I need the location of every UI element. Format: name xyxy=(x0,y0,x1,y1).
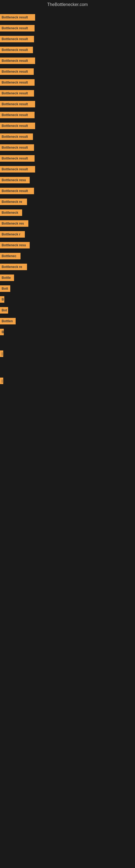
bar-row: Bottleneck res xyxy=(0,218,135,229)
bar-row: Bottleneck result xyxy=(0,186,135,196)
bar-row: Bottleneck xyxy=(0,207,135,218)
bar-row: Bottle xyxy=(0,272,135,283)
bar-row: Bottleneck re xyxy=(0,261,135,272)
bar-label: B xyxy=(0,296,4,303)
bar-label: Bottleneck result xyxy=(0,46,33,53)
bar-label: Bottleneck result xyxy=(0,112,35,118)
bar-row: Bottleneck r xyxy=(0,229,135,240)
bar-row: Bottleneck re xyxy=(0,196,135,207)
bar-row xyxy=(0,337,135,343)
bar-row: Bottlen xyxy=(0,316,135,327)
bars-container: Bottleneck resultBottleneck resultBottle… xyxy=(0,9,135,389)
bar-row: Bottleneck result xyxy=(0,99,135,110)
bar-label: B xyxy=(0,329,4,335)
site-title: TheBottlenecker.com xyxy=(0,0,135,9)
bar-row: | xyxy=(0,375,135,386)
bar-row: Bottleneck result xyxy=(0,120,135,131)
bar-label: Bottleneck result xyxy=(0,155,35,162)
bar-label: Bottlen xyxy=(0,318,16,324)
bar-label: Bottleneck resu xyxy=(0,177,30,183)
bar-label: Bottleneck result xyxy=(0,58,35,64)
bar-row: Bottleneck resu xyxy=(0,240,135,251)
bar-row: Bottleneck result xyxy=(0,66,135,77)
bar-row: Bottleneck resu xyxy=(0,175,135,186)
bar-row: Bottleneck result xyxy=(0,23,135,34)
bar-label: Bottleneck result xyxy=(0,166,35,173)
bar-row: Bottleneck result xyxy=(0,164,135,175)
bar-row: Bottlenec xyxy=(0,251,135,261)
bar-label: | xyxy=(0,378,3,384)
bar-row: B xyxy=(0,294,135,305)
bar-label: Bottleneck result xyxy=(0,14,35,21)
bar-row: | xyxy=(0,348,135,359)
bar-row: Bottleneck result xyxy=(0,77,135,88)
bar-row: Bottleneck result xyxy=(0,142,135,153)
bar-label: | xyxy=(0,350,3,357)
bar-row: Bottleneck result xyxy=(0,88,135,99)
bar-label: Bottleneck r xyxy=(0,231,25,238)
bar-label: Bottleneck result xyxy=(0,79,35,86)
bar-label: Bottleneck result xyxy=(0,133,33,140)
bar-label: Bottleneck result xyxy=(0,90,34,97)
bar-label: Bottleneck re xyxy=(0,198,27,205)
bar-row: Bott xyxy=(0,283,135,294)
bar-label: Bottleneck result xyxy=(0,36,34,42)
bar-row: Bottleneck result xyxy=(0,110,135,120)
bar-row: Bot xyxy=(0,305,135,316)
bar-label: Bottleneck xyxy=(0,209,22,216)
bar-row: B xyxy=(0,327,135,337)
bar-label: Bottle xyxy=(0,275,14,281)
bar-row xyxy=(0,365,135,370)
bar-row: Bottleneck result xyxy=(0,153,135,164)
bar-row: Bottleneck result xyxy=(0,131,135,142)
bar-label: Bott xyxy=(0,285,10,292)
bar-label: Bottleneck resu xyxy=(0,242,30,248)
bar-label: Bottleneck re xyxy=(0,264,27,270)
bar-label: Bottleneck result xyxy=(0,188,34,194)
bar-label: Bottleneck result xyxy=(0,144,34,151)
bar-label: Bottleneck res xyxy=(0,220,28,227)
bar-label: Bottleneck result xyxy=(0,123,35,129)
bar-row xyxy=(0,359,135,365)
bar-label: Bottleneck result xyxy=(0,101,35,107)
bar-row: Bottleneck result xyxy=(0,55,135,66)
bar-label: Bottleneck result xyxy=(0,68,34,75)
bar-row: Bottleneck result xyxy=(0,34,135,44)
bar-row: Bottleneck result xyxy=(0,44,135,55)
bar-label: Bottlenec xyxy=(0,253,20,259)
bar-row: Bottleneck result xyxy=(0,12,135,23)
bar-label: Bot xyxy=(0,307,8,314)
bar-row xyxy=(0,370,135,375)
bar-label: Bottleneck result xyxy=(0,25,35,31)
bar-row xyxy=(0,343,135,348)
